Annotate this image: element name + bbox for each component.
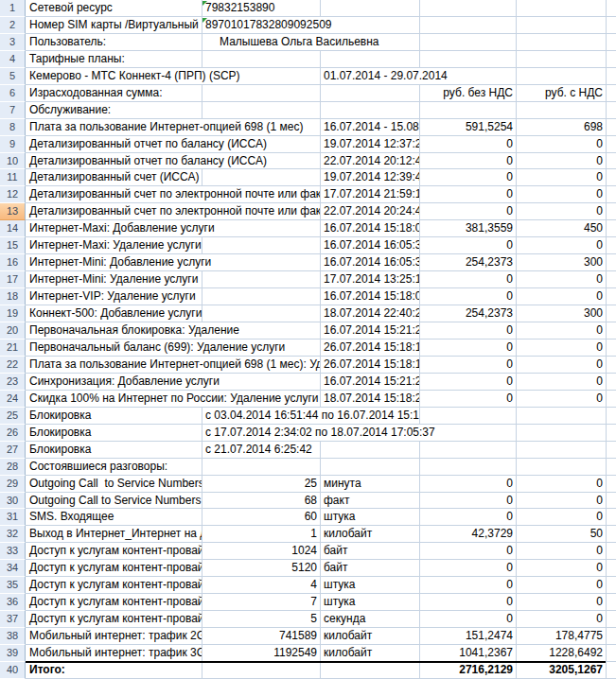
cell[interactable]: штука <box>321 509 419 525</box>
cell[interactable]: с 03.04.2014 16:51:44 по 16.07.2014 15:1… <box>202 408 419 424</box>
cell[interactable]: 25 <box>202 476 320 492</box>
cell[interactable]: 0 <box>420 611 516 627</box>
cell[interactable]: 1041,2367 <box>420 645 516 661</box>
cell[interactable]: Синхронизация: Добавление услуги <box>26 374 320 390</box>
cell[interactable]: 0 <box>420 169 516 185</box>
cell[interactable]: 0 <box>517 476 606 492</box>
cell[interactable]: Интернет-Maxi: Удаление услуги <box>26 237 320 253</box>
cell[interactable]: Коннект-500: Добавление услуги <box>26 305 320 322</box>
cell[interactable]: 0 <box>517 237 606 253</box>
cell[interactable]: Outgoing Call to Service Numbers <box>26 493 202 508</box>
cell[interactable]: 0 <box>420 391 516 407</box>
row-header[interactable]: 19 <box>0 305 26 322</box>
row-header[interactable]: 6 <box>0 85 26 102</box>
row-header[interactable]: 33 <box>0 543 26 560</box>
cell[interactable]: 1192549 <box>202 645 320 661</box>
cell[interactable]: 0 <box>420 476 516 492</box>
cell[interactable]: Кемерово - МТС Коннект-4 (ПРП) (SCP) <box>26 68 320 84</box>
row-header[interactable]: 4 <box>0 51 26 68</box>
cell[interactable]: Плата за пользование Интернет-опцией 698… <box>26 357 320 373</box>
cell[interactable]: 0 <box>420 203 516 219</box>
row-header[interactable]: 18 <box>0 288 26 305</box>
row-header[interactable]: 34 <box>0 560 26 577</box>
cell[interactable]: Состоявшиеся разговоры: <box>26 459 616 475</box>
cell[interactable]: 0 <box>517 560 606 576</box>
row-header[interactable]: 21 <box>0 340 26 357</box>
row-header[interactable]: 39 <box>0 645 26 662</box>
cell[interactable]: 0 <box>517 271 606 287</box>
row-header[interactable]: 20 <box>0 322 26 340</box>
cell[interactable]: 16.07.2014 15:18:09 <box>321 288 419 305</box>
cell[interactable]: Доступ к услугам контент-провайдеров <box>26 543 202 559</box>
cell[interactable]: Сетевой ресурс <box>26 0 202 16</box>
cell[interactable]: 0 <box>517 322 606 339</box>
cell[interactable]: штука <box>321 577 419 593</box>
row-header[interactable]: 27 <box>0 442 26 459</box>
cell[interactable]: 0 <box>517 594 606 610</box>
cell[interactable]: 5 <box>202 611 320 627</box>
cell[interactable]: Блокировка <box>26 442 202 458</box>
cell[interactable]: 300 <box>517 305 606 322</box>
cell[interactable]: 68 <box>202 493 320 508</box>
cell[interactable]: 60 <box>202 509 320 525</box>
cell[interactable]: 42,3729 <box>420 526 516 542</box>
cell[interactable]: 18.07.2014 15:18:27 <box>321 391 419 407</box>
row-header[interactable]: 32 <box>0 526 26 543</box>
row-header[interactable]: 22 <box>0 357 26 374</box>
row-header[interactable]: 2 <box>0 17 26 34</box>
cell[interactable]: Малышева Ольга Васильевна <box>202 34 616 50</box>
row-header[interactable]: 12 <box>0 186 26 203</box>
cell[interactable]: 0 <box>420 543 516 559</box>
cell[interactable]: 16.07.2014 - 15.08.2014 <box>321 119 419 135</box>
cell[interactable]: 0 <box>420 509 516 525</box>
cell[interactable]: килобайт <box>321 645 419 661</box>
row-header[interactable]: 9 <box>0 136 26 153</box>
cell[interactable]: 0 <box>420 340 516 356</box>
cell[interactable]: Тарифные планы: <box>26 51 616 67</box>
cell[interactable]: 16.07.2014 15:18:09 <box>321 220 419 236</box>
row-header[interactable]: 3 <box>0 34 26 51</box>
cell[interactable]: 26.07.2014 15:18:18 <box>321 340 419 356</box>
cell[interactable]: Пользователь: <box>26 34 202 50</box>
row-header[interactable]: 29 <box>0 476 26 493</box>
cell[interactable]: факт <box>321 493 419 508</box>
cell[interactable]: 79832153890 <box>202 0 616 16</box>
cell[interactable]: 741589 <box>202 628 320 644</box>
cell[interactable]: 7 <box>202 594 320 610</box>
cell[interactable]: 3205,1267 <box>517 662 606 678</box>
cell[interactable]: Первоначальная блокировка: Удаление <box>26 322 320 339</box>
row-header[interactable]: 23 <box>0 374 26 391</box>
cell[interactable]: 1024 <box>202 543 320 559</box>
cell[interactable]: штука <box>321 594 419 610</box>
cell[interactable]: 17.07.2014 21:59:16 <box>321 186 419 202</box>
cell[interactable]: 0 <box>517 374 606 390</box>
row-header[interactable]: 8 <box>0 119 26 136</box>
cell[interactable]: 19.07.2014 12:37:21 <box>321 136 419 152</box>
cell[interactable]: килобайт <box>321 628 419 644</box>
cell[interactable]: Интернет-Mini: Удаление услуги <box>26 271 320 287</box>
row-header[interactable]: 36 <box>0 594 26 611</box>
cell[interactable]: 0 <box>420 577 516 593</box>
cell[interactable]: 0 <box>517 493 606 508</box>
cell[interactable]: Мобильный интернет: трафик 3G <box>26 645 202 661</box>
cell[interactable]: 0 <box>420 186 516 202</box>
cell[interactable]: Детализированный счет по электронной поч… <box>26 186 320 202</box>
cell[interactable]: Итого: <box>26 662 419 678</box>
cell[interactable]: 16.07.2014 15:21:25 <box>321 322 419 339</box>
cell[interactable]: Израсходованная сумма: <box>26 85 419 101</box>
cell[interactable]: 0 <box>420 271 516 287</box>
row-header[interactable]: 31 <box>0 509 26 526</box>
cell[interactable]: Интернет-Mini: Добавление услуги <box>26 254 320 270</box>
cell[interactable]: 0 <box>517 203 606 219</box>
cell[interactable]: 5120 <box>202 560 320 576</box>
row-header[interactable]: 35 <box>0 577 26 594</box>
row-header[interactable]: 17 <box>0 271 26 288</box>
cell[interactable]: 591,5254 <box>420 119 516 135</box>
cell[interactable]: 0 <box>517 136 606 152</box>
row-header[interactable]: 26 <box>0 425 26 442</box>
cell[interactable]: 0 <box>517 611 606 627</box>
row-header[interactable]: 5 <box>0 68 26 85</box>
cell[interactable]: руб. без НДС <box>420 85 516 101</box>
cell[interactable]: Доступ к услугам контент-провайдеров <box>26 611 202 627</box>
cell[interactable]: секунда <box>321 611 419 627</box>
